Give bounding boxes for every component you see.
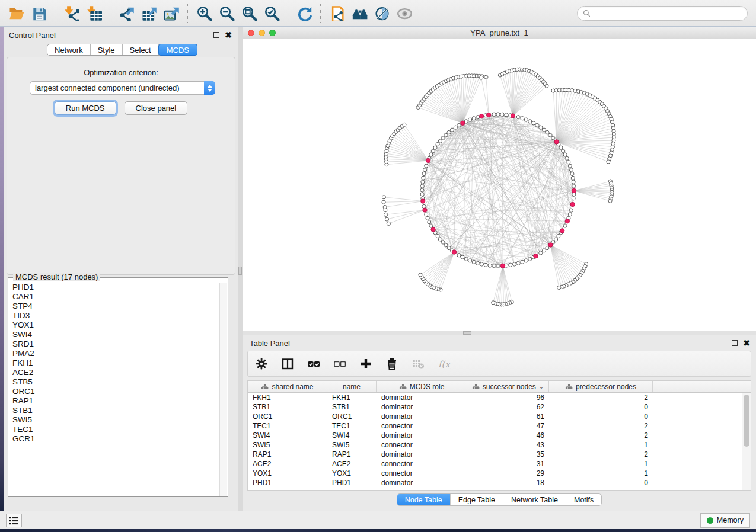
deselect-all-button[interactable] [332, 356, 347, 371]
network-node[interactable] [438, 238, 442, 241]
network-node[interactable] [528, 120, 532, 123]
network-node[interactable] [480, 76, 483, 79]
mcds-result-item[interactable]: FKH1 [12, 358, 219, 368]
network-node[interactable] [557, 234, 560, 238]
mcds-result-item[interactable]: TID3 [12, 311, 219, 321]
float-table-panel-icon[interactable] [732, 340, 738, 346]
table-row[interactable]: SWI5SWI5connector431 [248, 440, 741, 450]
network-node[interactable] [563, 224, 567, 227]
mcds-result-item[interactable]: GCR1 [12, 434, 219, 444]
network-node[interactable] [569, 209, 573, 212]
network-node[interactable] [383, 205, 387, 209]
column-header-shared-name[interactable]: shared name [248, 381, 327, 392]
network-node[interactable] [420, 188, 424, 192]
mcds-result-item[interactable]: PHD1 [12, 283, 219, 292]
network-canvas[interactable] [243, 39, 756, 331]
network-node[interactable] [422, 176, 425, 180]
network-node[interactable] [464, 257, 468, 261]
mcds-network-node[interactable] [511, 114, 515, 118]
network-node[interactable] [516, 261, 520, 265]
mcds-network-node[interactable] [461, 121, 465, 125]
zoom-fit-button[interactable] [238, 2, 260, 24]
network-node[interactable] [420, 193, 424, 196]
float-panel-icon[interactable] [213, 32, 219, 38]
table-scrollbar[interactable] [742, 393, 751, 490]
network-node[interactable] [431, 149, 435, 153]
mcds-result-item[interactable]: TEC1 [12, 425, 219, 434]
tab-network[interactable]: Network [47, 44, 91, 55]
network-node[interactable] [484, 75, 488, 79]
select-all-button[interactable] [306, 356, 321, 371]
network-node[interactable] [569, 168, 573, 172]
network-node[interactable] [441, 136, 445, 140]
mcds-result-item[interactable]: YOX1 [12, 321, 219, 330]
network-node[interactable] [468, 118, 472, 121]
network-graph[interactable] [243, 39, 756, 331]
network-node[interactable] [457, 254, 461, 257]
mcds-result-item[interactable]: STB5 [12, 377, 219, 387]
new-network-from-selection-button[interactable] [326, 2, 348, 24]
optimization-criterion-select[interactable]: largest connected component (undirected) [30, 81, 215, 95]
mcds-result-item[interactable]: PMA2 [12, 349, 219, 358]
network-node[interactable] [382, 200, 385, 204]
table-row[interactable]: ACE2ACE2connector311 [248, 459, 741, 469]
network-window-titlebar[interactable]: YPA_prune.txt_1 [243, 27, 756, 39]
delete-columns-button[interactable] [384, 356, 400, 371]
mcds-network-node[interactable] [548, 243, 553, 247]
network-node[interactable] [524, 259, 528, 262]
network-node[interactable] [444, 243, 448, 247]
network-node[interactable] [559, 146, 563, 149]
mcds-network-node[interactable] [500, 264, 505, 268]
network-node[interactable] [535, 123, 539, 127]
table-row[interactable]: PHD1PHD1dominator180 [248, 478, 741, 488]
mcds-network-node[interactable] [534, 254, 538, 258]
network-node[interactable] [425, 213, 428, 216]
network-node[interactable] [384, 213, 388, 216]
table-settings-button[interactable] [254, 356, 269, 371]
mcds-network-node[interactable] [487, 113, 491, 117]
import-table-button[interactable] [82, 2, 105, 24]
memory-button[interactable]: Memory [700, 513, 750, 528]
network-node[interactable] [512, 262, 516, 266]
mcds-network-node[interactable] [423, 208, 427, 212]
network-node[interactable] [468, 259, 472, 262]
network-node[interactable] [403, 123, 406, 126]
network-node[interactable] [496, 264, 500, 268]
network-node[interactable] [433, 146, 437, 149]
mcds-network-node[interactable] [560, 229, 564, 233]
tab-network-table[interactable]: Network Table [503, 494, 566, 505]
mcds-network-node[interactable] [452, 250, 456, 254]
network-node[interactable] [436, 142, 439, 146]
mcds-result-item[interactable]: ACE2 [12, 368, 219, 377]
network-node[interactable] [496, 113, 500, 116]
network-node[interactable] [563, 153, 567, 156]
mcds-result-item[interactable]: RAP1 [12, 396, 219, 406]
network-node[interactable] [532, 121, 535, 125]
network-node[interactable] [447, 246, 451, 250]
mcds-network-node[interactable] [421, 199, 425, 203]
mcds-network-node[interactable] [565, 219, 569, 223]
network-node[interactable] [457, 123, 461, 127]
network-node[interactable] [562, 149, 565, 153]
table-row[interactable]: ORC1ORC1dominator610 [248, 412, 741, 421]
network-node[interactable] [488, 264, 492, 267]
column-header-predecessor-nodes[interactable]: predecessor nodes [549, 381, 653, 392]
tab-motifs[interactable]: Motifs [566, 494, 601, 505]
network-node[interactable] [438, 139, 442, 143]
tab-style[interactable]: Style [91, 44, 123, 55]
close-table-panel-icon[interactable]: ✖ [743, 340, 750, 346]
zoom-out-button[interactable] [215, 2, 238, 24]
horizontal-splitter-handle[interactable] [463, 331, 471, 335]
tab-mcds[interactable]: MCDS [158, 44, 197, 56]
network-node[interactable] [382, 196, 385, 199]
network-node[interactable] [528, 257, 532, 261]
mcds-result-item[interactable]: SWI4 [12, 330, 219, 339]
network-node[interactable] [524, 118, 528, 121]
show-columns-button[interactable] [280, 356, 295, 371]
network-node[interactable] [542, 128, 546, 132]
network-node[interactable] [429, 224, 433, 227]
network-node[interactable] [546, 130, 549, 134]
network-node[interactable] [436, 234, 439, 238]
mcds-network-node[interactable] [479, 114, 483, 118]
network-node[interactable] [572, 197, 575, 200]
